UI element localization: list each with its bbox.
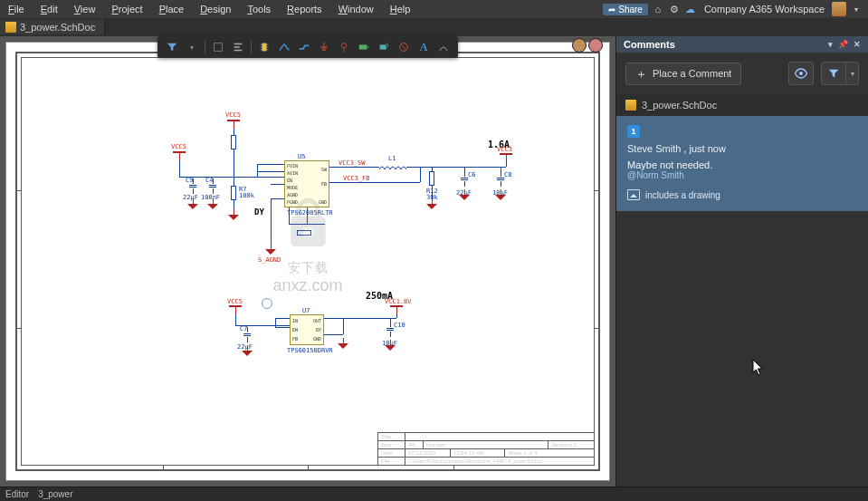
share-button[interactable]: ➦ Share [603,4,648,15]
comments-title: Comments [624,39,675,50]
filter-caret-icon[interactable]: ▾ [183,38,201,56]
menu-tools[interactable]: Tools [239,2,279,16]
comment-attachment[interactable]: includes a drawing [627,189,857,200]
gnd6 [495,189,506,200]
menu-window[interactable]: Window [330,2,382,16]
place-part-icon[interactable] [255,38,273,56]
menu-place[interactable]: Place [151,2,193,16]
pwr-vcc5-b [173,151,186,160]
share-label: Share [618,5,643,14]
status-bar: Editor 3_power [0,487,868,501]
filter-button[interactable] [821,62,846,85]
gnd4 [426,198,437,209]
select-icon[interactable] [209,38,227,56]
menu-help[interactable]: Help [382,2,419,16]
plus-icon: ＋ [635,68,647,80]
dy-label: DY [254,207,264,217]
title-block: Title Size A4 Number Revision 2 Date 17/… [377,432,595,466]
c8 [497,171,504,187]
place-netlabel-icon[interactable] [355,38,373,56]
share-arrow-icon: ➦ [608,5,615,14]
align-icon[interactable] [229,38,247,56]
panel-pin-icon[interactable]: 📌 [838,40,848,49]
comments-header[interactable]: Comments ▾ 📌 ✕ [616,36,868,53]
status-doc[interactable]: 3_power [38,489,72,499]
menu-edit[interactable]: Edit [33,2,66,16]
pwr-vcc3 [500,153,512,162]
collab-avatar-2[interactable] [588,38,603,53]
place-power-icon[interactable] [335,38,353,56]
panel-dropdown-icon[interactable]: ▾ [828,40,833,49]
gnd7 [242,345,253,356]
user-avatar[interactable] [832,2,846,16]
schdoc-icon [5,22,16,33]
c6 [461,171,468,187]
gnd2 [207,198,218,209]
comment-body: Maybe not needed. [627,159,857,170]
place-wire-icon[interactable] [275,38,293,56]
place-comment-button[interactable]: ＋ Place a Comment [625,63,741,85]
comment-file-row[interactable]: 3_power.SchDoc [616,94,868,116]
pwr-vout2 [390,305,403,314]
image-icon [627,189,640,200]
place-comment-label: Place a Comment [653,68,731,79]
svg-rect-3 [359,44,367,49]
menu-design[interactable]: Design [192,2,239,16]
place-text-icon[interactable]: A [415,38,433,56]
pwr-vcc5-a [227,120,240,129]
place-noerc-icon[interactable] [395,38,413,56]
svg-rect-0 [215,43,223,52]
comment-marker[interactable] [262,298,272,309]
filter-icon[interactable] [163,38,181,56]
cloud-icon[interactable]: ☁ [684,3,697,15]
svg-rect-1 [262,43,266,52]
place-line-icon[interactable] [434,38,453,56]
home-icon[interactable]: ⌂ [652,3,664,15]
attachment-label: includes a drawing [645,190,720,200]
panel-close-icon[interactable]: ✕ [854,40,861,49]
chip-u5: PVIN AVIN EN MODE AGND PGND SW FB GND [284,160,329,207]
collaborators [572,38,603,53]
comment-mention[interactable]: @Norm Smith [627,170,857,180]
gnd3 [228,209,239,220]
gnd9 [385,340,396,351]
menu-file[interactable]: File [0,2,33,16]
canvas-area[interactable]: ▾ A [0,36,615,487]
schdoc-icon [625,100,636,111]
document-tab[interactable]: 3_power.SchDoc [0,20,105,34]
r-pullup [231,135,236,149]
svg-rect-4 [380,44,386,49]
place-gnd-icon[interactable] [315,38,333,56]
gnd5 [459,189,470,200]
gear-icon[interactable]: ⚙ [668,3,681,15]
place-bus-icon[interactable] [295,38,313,56]
comments-panel: Comments ▾ 📌 ✕ ＋ Place a Comment [615,36,868,487]
avatar-dropdown-icon[interactable]: ▾ [850,3,863,15]
r-fb [297,230,311,236]
comment-card[interactable]: 1 Steve Smith , just now Maybe not neede… [616,116,868,211]
gnd-agnd [265,244,276,255]
document-tab-bar: 3_power.SchDoc [0,18,868,36]
document-tab-label: 3_power.SchDoc [20,22,95,33]
comment-file-label: 3_power.SchDoc [642,100,717,111]
pwr-vcc5-c [229,305,242,314]
c10 [386,322,394,337]
active-bar: ▾ A [157,36,458,58]
l1 [379,164,406,169]
visibility-button[interactable] [788,62,814,85]
svg-point-8 [799,72,803,75]
gnd1 [187,198,198,209]
menu-project[interactable]: Project [103,2,150,16]
filter-dropdown[interactable]: ▾ [846,62,859,85]
collab-avatar-1[interactable] [572,38,587,53]
r12 [429,171,434,186]
workspace-label[interactable]: Company A365 Workspace [701,4,828,14]
menu-bar: File Edit View Project Place Design Tool… [0,0,868,18]
status-mode[interactable]: Editor [5,489,29,499]
gnd8 [338,338,348,349]
menu-reports[interactable]: Reports [279,2,330,16]
comment-author: Steve Smith , just now [627,143,857,154]
menu-view[interactable]: View [66,2,104,16]
place-port-icon[interactable] [375,38,393,56]
schematic-sheet[interactable]: 1.6A VCC5 VCC5 C9 [5,42,610,481]
